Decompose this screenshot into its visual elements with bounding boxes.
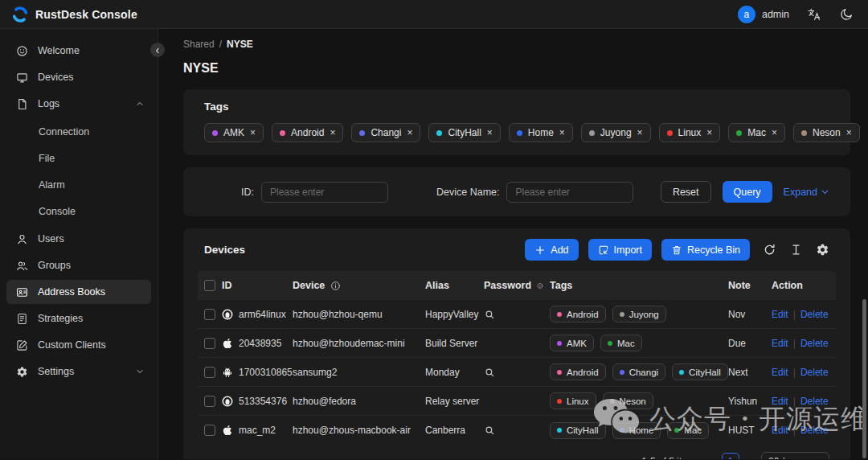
device-alias: Relay server (425, 396, 479, 407)
row-density-icon[interactable] (789, 243, 803, 257)
plus-icon (534, 244, 546, 256)
tag-label: Mac (747, 127, 766, 138)
delete-link[interactable]: Delete (800, 425, 829, 436)
sidebar-item-groups[interactable]: Groups (6, 253, 151, 277)
tag-chip-home: Home × (509, 123, 573, 142)
remove-tag-icon[interactable]: × (637, 128, 643, 138)
row-checkbox[interactable] (204, 309, 215, 320)
refresh-icon[interactable] (763, 243, 776, 257)
chevron-down-icon (135, 367, 145, 376)
tag-label: Changi (371, 127, 401, 138)
language-translate-icon[interactable] (807, 7, 821, 22)
sidebar-item-label: Strategies (38, 313, 83, 324)
sidebar-subitem-file[interactable]: File (0, 145, 158, 171)
row-checkbox[interactable] (204, 396, 215, 407)
sidebar-subitem-console[interactable]: Console (0, 198, 158, 224)
sidebar-subitem-connection[interactable]: Connection (0, 118, 158, 145)
sidebar-item-welcome[interactable]: Welcome (6, 39, 151, 63)
sidebar-item-devices[interactable]: Devices (6, 65, 151, 89)
edit-link[interactable]: Edit (772, 396, 788, 407)
edit-link[interactable]: Edit (772, 309, 788, 320)
delete-link[interactable]: Delete (800, 396, 829, 407)
column-header-alias: Alias (425, 280, 484, 291)
edit-link[interactable]: Edit (772, 338, 788, 349)
username: admin (762, 9, 789, 20)
remove-tag-icon[interactable]: × (706, 128, 712, 138)
remove-tag-icon[interactable]: × (250, 128, 256, 138)
sidebar-item-logs[interactable]: Logs (6, 92, 151, 116)
sidebar-item-custom-clients[interactable]: Custom Clients (6, 333, 151, 357)
column-header-tags: Tags (550, 280, 728, 291)
next-page-button[interactable]: › (747, 455, 754, 460)
column-settings-gear-icon[interactable] (816, 243, 829, 257)
page-size-select[interactable]: 20 / page (761, 452, 829, 459)
sidebar-item-label: Devices (38, 72, 73, 83)
select-all-checkbox[interactable] (204, 280, 215, 291)
remove-tag-icon[interactable]: × (772, 128, 777, 138)
rustdesk-logo-icon (11, 6, 29, 23)
sidebar-item-strategies[interactable]: Strategies (6, 306, 151, 331)
smiley-icon (16, 45, 28, 57)
view-password-icon[interactable] (484, 309, 495, 320)
device-alias: Monday (425, 367, 460, 378)
sidebar-collapse-button[interactable] (150, 43, 165, 57)
vertical-scrollbar[interactable] (862, 299, 866, 458)
edit-link[interactable]: Edit (772, 367, 788, 378)
view-password-icon[interactable] (484, 425, 495, 436)
import-button[interactable]: Import (588, 239, 652, 261)
device-id: 20438935 (239, 338, 281, 349)
tag-color-dot (736, 130, 742, 136)
remove-tag-icon[interactable]: × (407, 128, 412, 138)
devices-header: Devices Add Import Recycle Bin (198, 239, 836, 261)
sidebar-item-address-books[interactable]: Address Books (6, 280, 151, 304)
dark-mode-moon-icon[interactable] (839, 7, 854, 22)
breadcrumb-parent[interactable]: Shared (183, 39, 215, 50)
sidebar-subitem-alarm[interactable]: Alarm (0, 171, 158, 198)
chevron-down-icon (821, 187, 829, 196)
tag-color-dot (359, 130, 365, 136)
sidebar-item-settings[interactable]: Settings (6, 359, 151, 384)
row-tag-changi: Changi (612, 363, 665, 380)
add-device-button[interactable]: Add (525, 239, 578, 261)
edit-link[interactable]: Edit (772, 425, 788, 436)
view-password-icon[interactable] (484, 367, 495, 378)
pagination-summary: 1-5 of 5 items (641, 456, 700, 459)
row-checkbox[interactable] (204, 425, 215, 436)
prev-page-button[interactable]: ‹ (707, 455, 714, 460)
reset-button[interactable]: Reset (661, 181, 711, 203)
id-filter-group: ID: (241, 182, 388, 203)
action-separator: | (793, 425, 796, 436)
info-icon (537, 281, 543, 291)
remove-tag-icon[interactable]: × (487, 128, 493, 138)
delete-link[interactable]: Delete (800, 309, 829, 320)
brand: RustDesk Console (11, 6, 137, 23)
row-note: Next (728, 367, 748, 378)
sidebar-item-label: Settings (38, 366, 74, 377)
row-checkbox[interactable] (204, 367, 215, 378)
remove-tag-icon[interactable]: × (559, 128, 565, 138)
tag-chip-juyong: Juyong × (581, 123, 651, 142)
id-filter-label: ID: (241, 187, 254, 198)
expand-toggle[interactable]: Expand (784, 187, 829, 198)
column-header-note: Note (728, 280, 772, 291)
delete-link[interactable]: Delete (800, 367, 829, 378)
sidebar-item-label: Address Books (38, 286, 105, 298)
device-id: arm64linux (239, 309, 286, 320)
row-checkbox[interactable] (204, 338, 215, 349)
delete-link[interactable]: Delete (800, 338, 829, 349)
id-filter-input[interactable] (261, 182, 388, 203)
remove-tag-icon[interactable]: × (330, 128, 335, 138)
device-name-filter-input[interactable] (506, 182, 633, 203)
recycle-bin-button[interactable]: Recycle Bin (661, 239, 750, 261)
sidebar-item-users[interactable]: Users (6, 227, 151, 251)
users-icon (16, 260, 28, 272)
user-menu[interactable]: a admin (738, 6, 789, 23)
tag-label: AMK (223, 127, 244, 138)
device-name-filter-label: Device Name: (436, 187, 500, 198)
tag-label: Juyong (600, 127, 632, 138)
query-button[interactable]: Query (723, 181, 772, 203)
row-tag-juyong: Juyong (612, 306, 666, 322)
contact-card-icon (16, 286, 28, 298)
page-number-button[interactable]: 1 (722, 453, 739, 459)
remove-tag-icon[interactable]: × (846, 128, 852, 138)
